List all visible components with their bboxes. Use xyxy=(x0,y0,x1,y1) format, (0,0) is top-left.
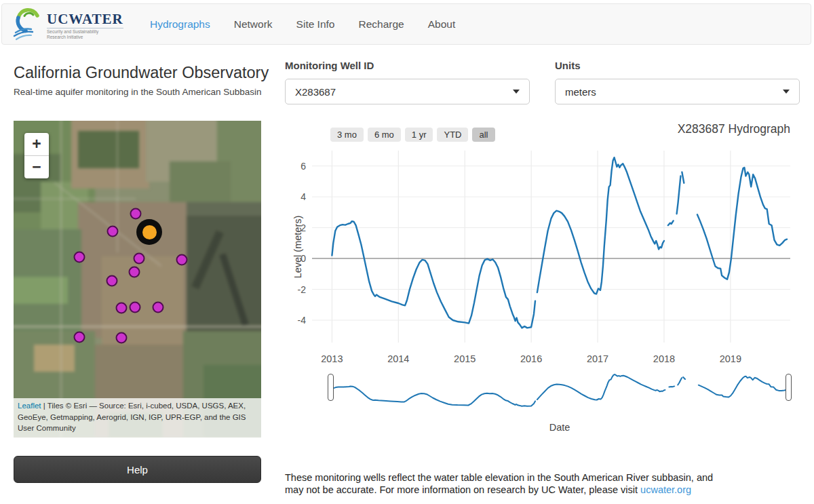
hydrograph-line xyxy=(332,157,787,328)
map[interactable]: + − Leaflet | Tiles © Esri — Source: Esr… xyxy=(14,121,261,438)
zoom-out-button[interactable]: − xyxy=(24,156,49,178)
hydrograph-chart[interactable]: 2013201420152016201720182019-4-20246 xyxy=(285,122,800,365)
help-button[interactable]: Help xyxy=(14,456,261,483)
app-root: UCWATER Security and Sustainability Rese… xyxy=(0,0,814,504)
units-label: Units xyxy=(555,60,581,71)
y-tick-label: 0 xyxy=(301,253,306,264)
well-marker[interactable] xyxy=(116,303,128,314)
well-id-label: Monitoring Well ID xyxy=(285,60,374,71)
map-tint xyxy=(14,121,261,438)
well-id-value: X283687 xyxy=(295,86,336,98)
page-title: California Groundwater Observatory xyxy=(14,64,269,82)
ucwater-link[interactable]: ucwater.org xyxy=(640,484,691,495)
chevron-down-icon xyxy=(783,90,790,94)
x-tick-label: 2018 xyxy=(653,353,675,364)
map-zoom-control: + − xyxy=(24,133,49,178)
selected-well-marker-core xyxy=(142,225,157,239)
ucwater-logo-text: UCWATER Security and Sustainability Rese… xyxy=(47,7,123,40)
y-tick-label: 2 xyxy=(301,222,306,233)
main-nav: HydrographsNetworkSite InfoRechargeAbout xyxy=(150,4,455,44)
well-marker[interactable] xyxy=(74,252,85,263)
range-handle-right[interactable] xyxy=(786,374,792,401)
page-subtitle: Real-time aquifer monitoring in the Sout… xyxy=(14,87,262,98)
well-marker[interactable] xyxy=(176,254,188,266)
chevron-down-icon xyxy=(513,90,520,94)
map-attribution: Leaflet | Tiles © Esri — Source: Esri, i… xyxy=(14,398,261,438)
disclaimer-text: These monitoring wells reflect the water… xyxy=(285,471,729,497)
y-tick-label: 6 xyxy=(301,161,306,172)
nav-hydrographs[interactable]: Hydrographs xyxy=(150,18,210,31)
y-tick-label: -4 xyxy=(298,315,307,326)
well-marker[interactable] xyxy=(134,253,145,265)
well-id-select[interactable]: X283687 xyxy=(285,79,530,104)
ucwater-logo-icon xyxy=(13,7,44,44)
x-axis-label: Date xyxy=(302,422,814,433)
x-tick-label: 2017 xyxy=(587,353,608,364)
y-tick-label: -2 xyxy=(298,284,307,295)
units-value: meters xyxy=(565,86,596,98)
nav-site-info[interactable]: Site Info xyxy=(296,18,335,31)
range-selector-line xyxy=(330,374,789,406)
ucwater-logo[interactable]: UCWATER Security and Sustainability Rese… xyxy=(13,7,123,44)
x-tick-label: 2019 xyxy=(720,353,741,364)
well-marker[interactable] xyxy=(106,275,118,287)
zoom-in-button[interactable]: + xyxy=(24,133,49,156)
attribution-text: | Tiles © Esri — Source: Esri, i-cubed, … xyxy=(18,402,246,432)
x-tick-label: 2014 xyxy=(387,353,409,364)
logo-wordmark: UCWATER xyxy=(47,12,123,26)
top-nav-bar: UCWATER Security and Sustainability Rese… xyxy=(1,3,811,45)
logo-tagline: Security and Sustainability Research Ini… xyxy=(47,28,123,40)
nav-recharge[interactable]: Recharge xyxy=(358,18,404,31)
nav-about[interactable]: About xyxy=(428,18,456,31)
well-marker[interactable] xyxy=(116,332,128,344)
range-selector-chart[interactable] xyxy=(285,365,800,414)
units-select[interactable]: meters xyxy=(555,79,800,104)
leaflet-link[interactable]: Leaflet xyxy=(18,402,41,410)
well-marker[interactable] xyxy=(107,226,119,237)
well-marker[interactable] xyxy=(74,332,85,343)
well-marker[interactable] xyxy=(153,302,164,313)
x-tick-label: 2013 xyxy=(321,353,343,364)
well-marker[interactable] xyxy=(130,302,141,313)
nav-network[interactable]: Network xyxy=(234,18,273,31)
range-handle-left[interactable] xyxy=(328,374,334,401)
well-marker[interactable] xyxy=(129,267,140,278)
y-tick-label: 4 xyxy=(301,191,306,202)
x-tick-label: 2015 xyxy=(454,353,476,364)
selected-well-marker[interactable] xyxy=(136,219,162,245)
well-marker[interactable] xyxy=(130,208,142,220)
x-tick-label: 2016 xyxy=(520,353,542,364)
